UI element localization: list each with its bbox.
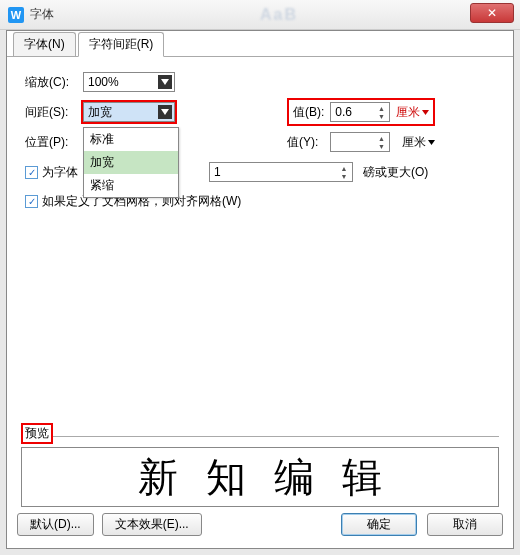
spacing-combo[interactable]: 加宽 [83,102,175,122]
tab-font-label: 字体(N) [24,37,65,51]
spacing-by-value: 0.6 [335,105,352,119]
snap-checkbox[interactable]: ✓ [25,195,38,208]
background-blur: AaB [260,6,298,24]
option-label: 紧缩 [90,178,114,192]
position-by-input[interactable]: ▲▼ [330,132,390,152]
kerning-value: 1 [214,165,221,179]
spacing-by-label: 值(B): [293,104,324,121]
chevron-down-icon [158,105,172,119]
spacing-by-input[interactable]: 0.6 ▲▼ [330,102,390,122]
kerning-input[interactable]: 1 ▲▼ [209,162,353,182]
kerning-checkbox[interactable]: ✓ [25,166,38,179]
close-icon: ✕ [487,6,497,20]
spacing-option-standard[interactable]: 标准 [84,128,178,151]
spacing-by-group: 值(B): 0.6 ▲▼ 厘米 [287,98,435,126]
preview-legend-label: 预览 [25,426,49,440]
position-by-group: 值(Y): ▲▼ 厘米 [287,132,435,152]
scale-value: 100% [88,75,119,89]
tab-spacing-label: 字符间距(R) [89,37,154,51]
spacing-option-condensed[interactable]: 紧缩 [84,174,178,197]
dialog-body: 字体(N) 字符间距(R) 缩放(C): 100% 间距(S): 加宽 值(B)… [6,30,514,549]
spacing-value: 加宽 [88,104,112,121]
preview-box: 新知编辑 [21,447,499,507]
scale-combo[interactable]: 100% [83,72,175,92]
chevron-down-icon [428,140,435,145]
row-scale: 缩放(C): 100% [25,69,495,95]
text-effects-button-label: 文本效果(E)... [115,516,189,533]
preview-section: 预览 新知编辑 [21,423,499,507]
cancel-button-label: 取消 [453,516,477,533]
tab-row: 字体(N) 字符间距(R) [7,31,513,57]
spacing-by-highlight: 值(B): 0.6 ▲▼ 厘米 [287,98,435,126]
close-button[interactable]: ✕ [470,3,514,23]
preview-text: 新知编辑 [110,450,410,505]
kerning-value-group: 1 ▲▼ 磅或更大(O) [209,162,428,182]
preview-legend: 预览 [21,423,53,444]
spacing-unit-label: 厘米 [396,104,420,121]
spinner-buttons[interactable]: ▲▼ [337,164,351,180]
content-area: 缩放(C): 100% 间距(S): 加宽 值(B): 0.6 ▲▼ [7,57,513,225]
app-icon: W [8,7,24,23]
kerning-label: 为字体 [42,164,78,181]
chevron-down-icon [158,75,172,89]
tab-char-spacing[interactable]: 字符间距(R) [78,32,165,57]
spacing-option-expanded[interactable]: 加宽 [84,151,178,174]
spacing-dropdown-list: 标准 加宽 紧缩 [83,127,179,198]
kerning-trailing: 磅或更大(O) [363,164,428,181]
spacing-label: 间距(S): [25,104,83,121]
title-bar: W 字体 AaB ✕ [0,0,520,30]
button-bar: 默认(D)... 文本效果(E)... 确定 取消 [17,513,503,536]
option-label: 加宽 [90,155,114,169]
default-button-label: 默认(D)... [30,516,81,533]
spinner-buttons[interactable]: ▲▼ [374,104,388,120]
spinner-buttons[interactable]: ▲▼ [374,134,388,150]
position-unit-label: 厘米 [402,134,426,151]
chevron-down-icon [422,110,429,115]
default-button[interactable]: 默认(D)... [17,513,94,536]
option-label: 标准 [90,132,114,146]
position-unit-dropdown[interactable]: 厘米 [402,134,435,151]
window-title: 字体 [30,6,54,23]
ok-button[interactable]: 确定 [341,513,417,536]
scale-label: 缩放(C): [25,74,83,91]
position-label: 位置(P): [25,134,83,151]
row-spacing: 间距(S): 加宽 值(B): 0.6 ▲▼ 厘米 [25,99,495,125]
position-by-label: 值(Y): [287,134,318,151]
preview-divider [21,436,499,437]
cancel-button[interactable]: 取消 [427,513,503,536]
text-effects-button[interactable]: 文本效果(E)... [102,513,202,536]
ok-button-label: 确定 [367,516,391,533]
tab-font[interactable]: 字体(N) [13,32,76,56]
spacing-unit-dropdown[interactable]: 厘米 [396,104,429,121]
